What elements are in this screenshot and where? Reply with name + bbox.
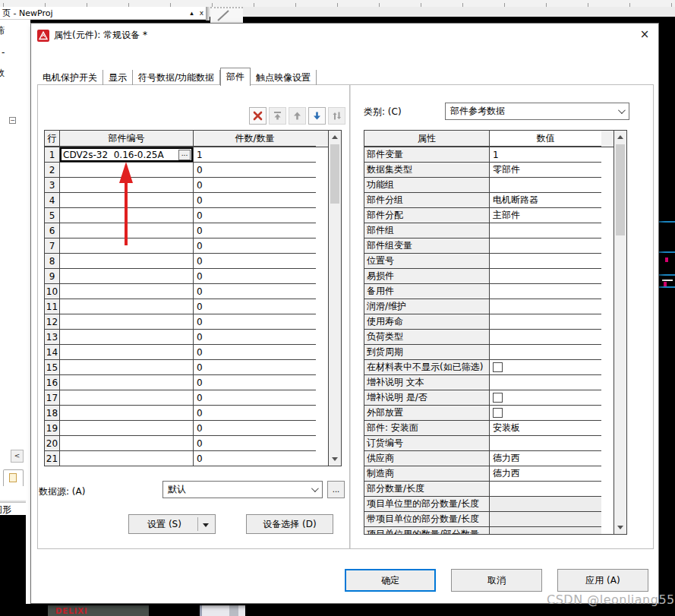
part-number-cell[interactable] (60, 284, 194, 299)
property-value-cell[interactable]: 安装板 (490, 421, 601, 436)
quantity-cell[interactable]: 0 (194, 269, 316, 284)
property-value-cell[interactable] (490, 314, 601, 330)
part-number-cell[interactable] (60, 360, 194, 375)
part-number-cell[interactable] (60, 421, 194, 436)
panel-collapse-icon[interactable]: ▴ (190, 9, 194, 17)
property-value-cell[interactable]: 德力西 (490, 466, 601, 482)
scrollbar-thumb[interactable] (330, 144, 339, 204)
property-value-cell[interactable] (490, 330, 601, 345)
property-name-cell: 部件分配 (364, 208, 490, 223)
move-down-button[interactable] (308, 107, 326, 125)
device-select-button[interactable]: 设备选择 (D) (246, 514, 333, 534)
preview-highlight (200, 605, 245, 616)
property-value-cell[interactable] (490, 406, 601, 421)
part-browse-button[interactable]: ... (178, 150, 191, 160)
part-number-cell[interactable] (60, 299, 194, 314)
part-number-cell[interactable] (60, 375, 194, 390)
property-value-cell[interactable]: 德力西 (490, 451, 601, 466)
tree-collapse-icon[interactable]: − (9, 117, 16, 124)
scroll-up-icon[interactable] (329, 131, 341, 144)
pane-separator (349, 85, 351, 548)
quantity-cell[interactable]: 0 (194, 223, 316, 239)
scroll-down-icon[interactable] (329, 453, 341, 466)
checkbox[interactable] (493, 362, 503, 372)
property-value-cell[interactable] (490, 284, 601, 299)
graphic-tab[interactable] (3, 469, 24, 486)
column-header-property: 属性 (364, 131, 490, 147)
property-value-cell[interactable] (490, 178, 601, 193)
scrollbar-thumb[interactable] (616, 144, 625, 235)
property-value-cell[interactable] (490, 223, 601, 239)
part-number-cell[interactable] (60, 345, 194, 360)
property-value-cell[interactable] (490, 360, 601, 375)
tab-3[interactable]: 部件 (220, 68, 251, 86)
property-value-cell[interactable] (490, 299, 601, 314)
panel-close-icon[interactable]: x (200, 9, 203, 17)
quantity-cell[interactable]: 0 (194, 193, 316, 208)
property-value-cell[interactable]: 1 (490, 147, 601, 163)
quantity-cell[interactable]: 0 (194, 330, 316, 345)
quantity-cell[interactable]: 0 (194, 178, 316, 193)
property-value-cell[interactable] (490, 436, 601, 451)
quantity-cell[interactable]: 0 (194, 208, 316, 223)
quantity-cell[interactable]: 0 (194, 345, 316, 360)
scroll-up-icon[interactable] (614, 131, 626, 144)
property-value-cell[interactable] (490, 269, 601, 284)
tab-2[interactable]: 符号数据/功能数据 (133, 70, 220, 85)
property-value-cell[interactable] (490, 254, 601, 269)
quantity-cell[interactable]: 1 (194, 147, 316, 163)
parts-table-scrollbar[interactable] (328, 131, 341, 466)
quantity-cell[interactable]: 0 (194, 436, 316, 451)
datasource-browse-button[interactable]: ... (327, 481, 345, 498)
part-number-cell[interactable] (60, 451, 194, 466)
quantity-cell[interactable]: 0 (194, 360, 316, 375)
checkbox[interactable] (493, 393, 503, 403)
part-number-cell[interactable] (60, 269, 194, 284)
part-number-cell[interactable] (60, 314, 194, 330)
tab-4[interactable]: 触点映像设置 (251, 70, 317, 85)
quantity-cell[interactable]: 0 (194, 284, 316, 299)
part-number-cell[interactable] (60, 390, 194, 406)
tab-1[interactable]: 显示 (103, 70, 133, 85)
dropdown-arrow-icon[interactable] (203, 523, 209, 527)
apply-button[interactable]: 应用 (A) (557, 569, 648, 592)
checkbox[interactable] (493, 408, 503, 418)
quantity-cell[interactable]: 0 (194, 375, 316, 390)
cancel-button[interactable]: 取消 (451, 569, 542, 592)
quantity-cell[interactable]: 0 (194, 314, 316, 330)
quantity-cell[interactable]: 0 (194, 406, 316, 421)
delete-part-button[interactable] (249, 107, 267, 125)
tab-0[interactable]: 电机保护开关 (37, 70, 103, 85)
datasource-combobox[interactable]: 默认 (162, 481, 323, 498)
category-combobox[interactable]: 部件参考数据 (445, 103, 629, 120)
property-value-cell[interactable] (490, 239, 601, 254)
part-number-cell[interactable] (60, 436, 194, 451)
quantity-cell[interactable]: 0 (194, 390, 316, 406)
property-value-cell[interactable] (490, 345, 601, 360)
quantity-cell[interactable]: 0 (194, 254, 316, 269)
ok-button[interactable]: 确定 (345, 569, 436, 592)
property-value-cell[interactable] (490, 390, 601, 406)
quantity-cell[interactable]: 0 (194, 421, 316, 436)
property-value-cell[interactable] (490, 482, 601, 497)
close-icon[interactable]: × (638, 28, 651, 42)
schematic-mark (664, 282, 667, 286)
property-value-cell[interactable]: 电机断路器 (490, 193, 601, 208)
scroll-down-icon[interactable] (614, 521, 626, 534)
quantity-cell[interactable]: 0 (194, 239, 316, 254)
property-value-cell[interactable]: 零部件 (490, 163, 601, 178)
quantity-cell[interactable]: 0 (194, 299, 316, 314)
move-up-button (289, 107, 306, 125)
quantity-cell[interactable]: 0 (194, 163, 316, 178)
quantity-cell[interactable]: 0 (194, 451, 316, 466)
part-number-cell[interactable] (60, 330, 194, 345)
settings-button[interactable]: 设置 (S) (128, 514, 216, 534)
property-table-scrollbar[interactable] (613, 131, 626, 534)
part-number-cell[interactable] (60, 254, 194, 269)
scroll-left-button[interactable]: < (11, 450, 24, 463)
property-value-cell[interactable]: 主部件 (490, 208, 601, 223)
row-number-cell: 13 (45, 330, 60, 345)
property-row: 制造商德力西 (364, 466, 626, 482)
part-number-cell[interactable] (60, 406, 194, 421)
property-value-cell[interactable] (490, 375, 601, 390)
